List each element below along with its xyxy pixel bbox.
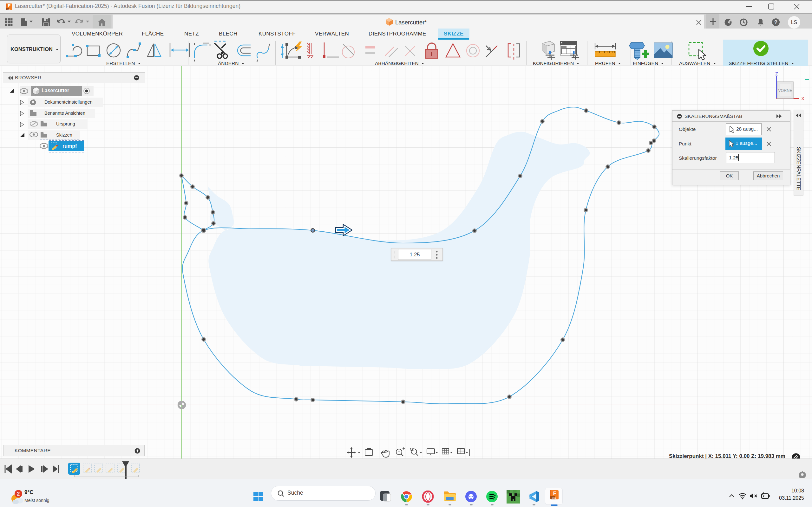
svg-text:F: F [553, 491, 556, 497]
svg-text:X: X [801, 96, 804, 101]
svg-text:?: ? [774, 19, 777, 25]
svg-text:FUS: FUS [8, 9, 10, 10]
svg-text:2: 2 [17, 491, 20, 497]
svg-text:Z: Z [775, 71, 778, 76]
svg-text:FUS: FUS [553, 497, 556, 499]
svg-text:VORNE: VORNE [778, 89, 792, 93]
svg-text:F: F [8, 3, 11, 8]
